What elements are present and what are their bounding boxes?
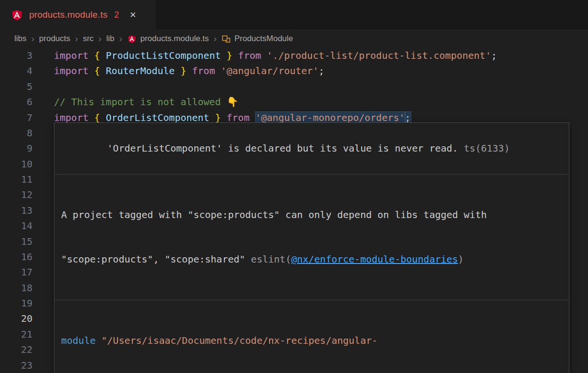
diagnostic-eslint-close-paren: ) bbox=[458, 253, 464, 265]
module-info: module "/Users/isaac/Documents/code/nx-r… bbox=[54, 300, 569, 373]
code-token bbox=[209, 112, 215, 123]
tab-bar: products.module.ts 2 ✕ bbox=[0, 0, 588, 30]
chevron-right-icon: › bbox=[32, 33, 34, 44]
eslint-rule-link[interactable]: @nx/enforce-module-boundaries bbox=[291, 253, 458, 265]
code-token: '@angular-monorepo/orders' bbox=[256, 112, 405, 123]
angular-icon bbox=[11, 8, 23, 22]
code-token: './product-list/product-list.component' bbox=[267, 50, 492, 61]
line-number[interactable]: 14 bbox=[0, 218, 32, 233]
line-number[interactable]: 22 bbox=[0, 342, 32, 357]
code-token bbox=[100, 65, 106, 77]
line-number[interactable]: 6 bbox=[0, 94, 32, 110]
diagnostic-ts-code: ts(6133) bbox=[464, 143, 510, 154]
line-number[interactable]: 15 bbox=[0, 234, 32, 249]
tab-title: products.module.ts bbox=[29, 10, 107, 20]
code-token bbox=[221, 50, 226, 61]
code-token bbox=[100, 50, 106, 61]
chevron-right-icon: › bbox=[98, 33, 101, 44]
chevron-right-icon: › bbox=[75, 33, 78, 44]
code-token: OrderListComponent bbox=[106, 112, 209, 123]
line-number[interactable]: 18 bbox=[0, 280, 32, 296]
line-number[interactable]: 12 bbox=[0, 187, 32, 202]
line-number[interactable]: 19 bbox=[0, 296, 32, 311]
code-token: ; bbox=[405, 112, 411, 123]
code-token bbox=[261, 50, 267, 61]
code-line-5[interactable]: 5 bbox=[0, 79, 588, 94]
code-token bbox=[215, 65, 221, 77]
code-token bbox=[221, 112, 226, 123]
code-token: { bbox=[94, 112, 100, 123]
hover-popup: 'OrderListComponent' is declared but its… bbox=[54, 122, 569, 373]
breadcrumb: libs › products › src › lib › products.m… bbox=[0, 30, 588, 48]
diagnostic-eslint-source: eslint( bbox=[251, 253, 291, 265]
code-token: ; bbox=[491, 50, 497, 61]
breadcrumb-src[interactable]: src bbox=[83, 34, 94, 44]
line-number[interactable]: 8 bbox=[0, 125, 32, 141]
code-token: } bbox=[215, 112, 221, 123]
code-token bbox=[175, 65, 181, 77]
line-number[interactable]: 5 bbox=[0, 79, 32, 94]
line-number[interactable]: 9 bbox=[0, 141, 32, 156]
breadcrumb-libs[interactable]: libs bbox=[14, 34, 27, 44]
code-token: // This import is not allowed bbox=[54, 96, 226, 108]
code-token bbox=[249, 112, 255, 123]
tab-products-module[interactable]: products.module.ts 2 ✕ bbox=[0, 0, 156, 30]
line-content: // This import is not allowed 👇 bbox=[54, 94, 238, 110]
code-token: } bbox=[181, 65, 186, 77]
code-token: RouterModule bbox=[106, 65, 175, 77]
breadcrumb-symbol[interactable]: ProductsModule bbox=[235, 34, 293, 44]
code-token bbox=[88, 50, 94, 61]
code-token: from bbox=[226, 112, 249, 123]
code-line-6[interactable]: 6// This import is not allowed 👇 bbox=[0, 94, 588, 110]
code-token bbox=[232, 50, 238, 61]
diagnostic-ts-message: 'OrderListComponent' is declared but its… bbox=[107, 143, 464, 154]
code-editor[interactable]: 3import { ProductListComponent } from '.… bbox=[0, 48, 588, 373]
diagnostic-eslint: A project tagged with "scope:products" c… bbox=[54, 175, 569, 300]
code-token: } bbox=[226, 50, 232, 61]
chevron-right-icon: › bbox=[119, 33, 122, 44]
line-number[interactable]: 16 bbox=[0, 249, 32, 264]
line-number[interactable]: 13 bbox=[0, 203, 32, 218]
code-token bbox=[100, 112, 106, 123]
code-token bbox=[186, 65, 192, 77]
module-keyword: module bbox=[61, 335, 96, 346]
code-token: from bbox=[192, 65, 215, 77]
diagnostic-eslint-line1: A project tagged with "scope:products" c… bbox=[61, 209, 487, 220]
breadcrumb-lib[interactable]: lib bbox=[106, 34, 114, 44]
code-token bbox=[88, 65, 94, 77]
line-number[interactable]: 7 bbox=[0, 110, 32, 125]
line-number[interactable]: 20 bbox=[0, 311, 32, 326]
code-token: import bbox=[54, 112, 88, 123]
line-number[interactable]: 17 bbox=[0, 264, 32, 280]
line-number[interactable]: 4 bbox=[0, 63, 32, 78]
line-number[interactable]: 10 bbox=[0, 156, 32, 172]
code-token: 👇 bbox=[226, 96, 238, 108]
angular-file-icon bbox=[127, 34, 137, 44]
tab-error-badge: 2 bbox=[114, 10, 119, 20]
code-line-4[interactable]: 4import { RouterModule } from '@angular/… bbox=[0, 63, 588, 78]
breadcrumb-products[interactable]: products bbox=[39, 34, 70, 44]
code-token: from bbox=[238, 50, 261, 61]
line-content: import { RouterModule } from '@angular/r… bbox=[54, 63, 324, 78]
code-token: '@angular/router' bbox=[221, 65, 319, 77]
module-path-line1: "/Users/isaac/Documents/code/nx-recipes/… bbox=[96, 335, 377, 346]
line-content: import { ProductListComponent } from './… bbox=[54, 48, 497, 63]
code-token bbox=[88, 112, 94, 123]
code-token: ProductListComponent bbox=[106, 50, 221, 61]
code-token: import bbox=[54, 50, 88, 61]
class-symbol-icon bbox=[222, 34, 231, 44]
code-token: ; bbox=[319, 65, 324, 77]
code-token: import bbox=[54, 65, 88, 77]
breadcrumb-file[interactable]: products.module.ts bbox=[140, 34, 209, 44]
chevron-right-icon: › bbox=[214, 33, 216, 44]
line-number[interactable]: 3 bbox=[0, 48, 32, 63]
vscode-window: products.module.ts 2 ✕ libs › products ›… bbox=[0, 0, 588, 373]
code-line-3[interactable]: 3import { ProductListComponent } from '.… bbox=[0, 48, 588, 63]
line-number[interactable]: 21 bbox=[0, 327, 32, 342]
diagnostic-eslint-line2: "scope:products", "scope:shared" bbox=[61, 253, 251, 265]
code-token: { bbox=[94, 65, 100, 77]
diagnostic-ts: 'OrderListComponent' is declared but its… bbox=[54, 123, 569, 175]
line-number[interactable]: 23 bbox=[0, 358, 32, 373]
line-number[interactable]: 11 bbox=[0, 172, 32, 187]
close-icon[interactable]: ✕ bbox=[129, 10, 136, 20]
